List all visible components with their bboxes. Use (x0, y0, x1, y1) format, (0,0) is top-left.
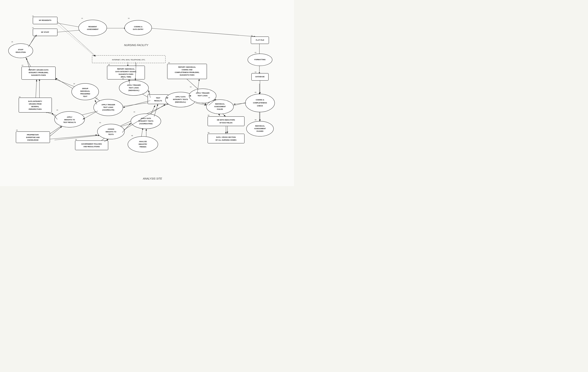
data-cross-section-label2: OF ALL NURSING HOMES (215, 139, 236, 141)
group-individual-label3: TRIGGERED (80, 93, 90, 95)
apply-data-ind-label2: INTEGRITY TESTS (173, 98, 188, 100)
apply-weights-label3: TEST RESULTS (63, 121, 76, 123)
nursing-facility-label: NURSING FACILITY (124, 44, 149, 47)
apply-data-agg-label2: INTEGRITY TESTS (138, 120, 153, 122)
coding-completeness-label1: CODING & (256, 99, 264, 101)
ind-assessment-passed-label3: PASSED (257, 130, 263, 132)
analysis-site-label: ANALYSIS SITE (143, 177, 162, 180)
ind-assessment-failed-label3: FAILED (217, 108, 223, 110)
govt-policies-num: 34 (75, 139, 77, 140)
analyze-industry-label2: INDUSTRY (138, 143, 147, 145)
staff-education-num: 18 (11, 41, 13, 43)
report-ind-coding-num: 52 (168, 62, 170, 64)
report-ind-coding-label4: SUGGESTS FIXES (180, 74, 195, 76)
coding-data-entry-ellipse (125, 20, 152, 35)
apply-trigger-ind-num: 40 (122, 78, 124, 80)
group-individual-label2: INDIVIDUAL (80, 90, 90, 92)
coding-data-num: 16 (128, 18, 129, 19)
analyze-industry-num: 48 (131, 135, 133, 137)
report-ind-coding-label2: CODING AND (182, 69, 192, 71)
ind-assessment-passed-label1: INDIVIDUAL (255, 125, 265, 127)
report-grades-num: 22 (22, 64, 23, 66)
apply-trigger-agg-label2: TEXT LOGIC (103, 106, 114, 108)
apply-weights-num: 26 (56, 109, 58, 111)
nf-residents-num: 10 (32, 15, 34, 17)
ind-assessment-passed-label2: ASSESSMENT (254, 128, 266, 129)
flat-file-label: FLAT FILE (256, 39, 264, 41)
report-ind-coding-label1: REPORT: INDIVIDUAL (178, 66, 196, 68)
report-individual-label3: SUGGESTS FIXES (119, 73, 134, 75)
svg-line-59 (83, 111, 98, 119)
database-num: 64 (255, 71, 256, 73)
group-individual-label4: TEXT (83, 96, 87, 97)
svg-line-56 (28, 35, 37, 47)
nf-residents-label: NF RESIDENTS (39, 19, 51, 21)
ind-assessment-failed-label1: INDIVIDUAL (215, 103, 225, 105)
resident-assessment-label: RESIDENT (88, 26, 97, 28)
coding-completeness-num: 65 (255, 92, 256, 93)
data-cross-section-box (208, 134, 244, 143)
formatting-num: 62 (255, 52, 256, 53)
proprietary-label3: KNOWLEDGE (27, 139, 39, 141)
svg-line-57 (55, 78, 72, 88)
formatting-label: FORMATTING (254, 59, 265, 61)
assign-weights-label1: ASSIGN (108, 128, 114, 130)
db-bad-fields-label1: DB WITH INDICATORS (217, 119, 235, 121)
database-label: DATABASE (255, 76, 265, 78)
svg-line-52 (50, 135, 97, 139)
group-individual-num: 30 (73, 83, 75, 85)
apply-trigger-ind-label3: (INDIVIDUAL) (128, 89, 139, 91)
proprietary-label1: PROPRIETARY (27, 134, 39, 136)
flat-file-num: 20 (251, 35, 253, 36)
apply-weights-label1: APPLY (67, 116, 72, 118)
apply-data-ind-label1: APPLY DATA (175, 96, 186, 98)
govt-policies-box (75, 141, 108, 150)
staff-education-label: STAFF (18, 49, 23, 51)
data-integrity-label1: DATA INTEGRITY (28, 100, 42, 102)
internet-label: INTERNET, VPN, WAN, TELEPHONE, ETC. (112, 59, 146, 61)
report-individual-num: 38 (108, 64, 110, 65)
apply-data-agg-num: 44 (134, 111, 135, 113)
ind-assessment-passed-num: 68 (255, 119, 256, 121)
apply-trigger-agg-label1: APPLY TRIGGER (102, 104, 115, 106)
apply-trigger-agg-label3: (AGGREGATE) (102, 109, 114, 111)
coding-data-label: CODING & (134, 26, 143, 28)
db-bad-fields-box (208, 117, 244, 126)
svg-line-5 (150, 28, 256, 37)
coding-data-label2: DATA ENTRY (133, 28, 143, 30)
data-integrity-label2: GRADES FROM (29, 103, 42, 105)
assign-weights-label2: WEIGHTS TO (106, 131, 116, 133)
report-grades-label3: SUGGESTS FIXES (31, 74, 46, 76)
data-integrity-label3: SEVERAL (31, 106, 39, 107)
report-individual-label1: REPORT: INDIVIDUAL (117, 68, 135, 70)
report-grades-label2: INTEGRITY PROBLEMS; (29, 72, 48, 74)
coding-completeness-label2: COMPLETENESS (253, 102, 267, 104)
data-integrity-label4: PERSPECTIVES (29, 108, 42, 110)
svg-line-44 (196, 103, 206, 105)
svg-line-51 (50, 126, 62, 136)
test-results-label2: RESULTS (154, 100, 162, 102)
report-individual-label2: DATA INTEGRITY ISSUES; (116, 71, 136, 73)
apply-trigger-right-num: 54 (190, 86, 191, 88)
analyze-industry-label3: TRENDS (139, 146, 146, 148)
govt-policies-label1: GOVERNMENT POLICIES (81, 143, 102, 145)
group-individual-label1: GROUP (82, 88, 88, 89)
assign-weights-num: 50 (99, 122, 101, 124)
staff-education-ellipse (9, 44, 33, 58)
flow-diagram: NURSING FACILITY ANALYSIS SITE NF RESIDE… (0, 0, 294, 186)
report-individual-label4: (REAL TIME) (121, 76, 131, 78)
diagram: NURSING FACILITY ANALYSIS SITE NF RESIDE… (0, 0, 294, 186)
report-grades-label1: REPORT: GRADES DATA (29, 69, 49, 71)
svg-line-28 (54, 135, 100, 140)
nf-staff-label: NF STAFF (41, 31, 49, 33)
apply-trigger-agg-num: 32 (96, 97, 98, 99)
apply-trigger-right-label2: TEXT LOGIC (198, 95, 208, 97)
test-results-label1: TEST (156, 97, 160, 99)
ind-assessment-failed-num: 55 (208, 97, 210, 98)
govt-policies-label2: AND REGULATIONS (84, 146, 100, 148)
nf-staff-num: 12 (32, 27, 34, 29)
proprietary-num: 28 (16, 129, 18, 131)
ind-assessment-failed-label2: ASSESSMENT (214, 106, 226, 107)
analyze-industry-label1: ANALYZE (139, 141, 147, 142)
data-cross-section-num: 58 (208, 132, 210, 133)
